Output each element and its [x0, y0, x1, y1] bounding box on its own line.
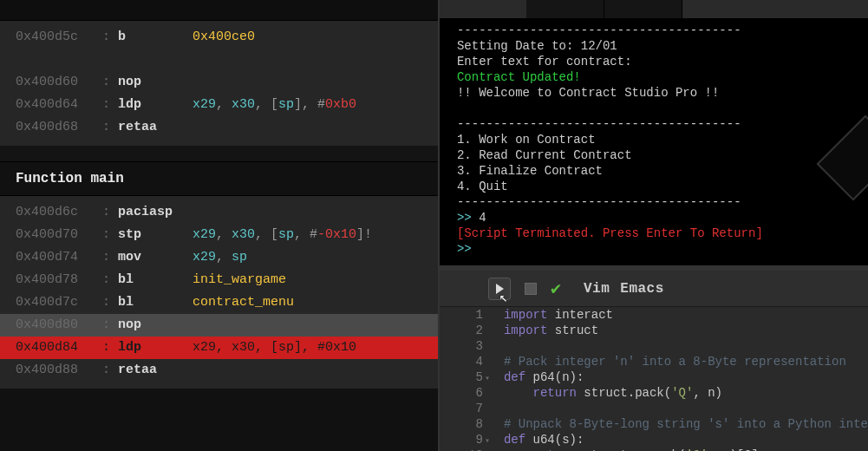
terminal-line: 4. Quit: [457, 179, 859, 194]
block-gap: [0, 146, 438, 161]
code-text: def p64(n):: [488, 369, 584, 385]
mnemonic: nop: [118, 73, 193, 92]
line-number: 6: [440, 385, 488, 401]
terminal-line: 3. Finalize Contract: [457, 163, 859, 179]
code-text: [488, 338, 511, 354]
address: 0x400d64: [16, 95, 102, 114]
address: 0x400d74: [16, 248, 102, 267]
instruction-row[interactable]: 0x400d64:ldpx29, x30, [sp], #0xb0: [0, 94, 438, 116]
stop-button[interactable]: [525, 283, 537, 295]
code-line[interactable]: 7: [440, 401, 868, 416]
terminal-line: [Script Terminated. Press Enter To Retur…: [457, 226, 859, 241]
instruction-row[interactable]: 0x400d60:nop: [0, 71, 438, 94]
mnemonic: bl: [118, 293, 193, 312]
operands: x29, x30, [sp], #0xb0: [193, 95, 438, 114]
editor-toolbar: ↖ ✔ Vim Emacs: [440, 271, 868, 307]
code-text: [488, 401, 511, 416]
line-number: 5▾: [440, 369, 488, 385]
mnemonic: nop: [118, 316, 193, 335]
code-line[interactable]: 6 return struct.pack('Q', n): [440, 385, 868, 401]
code-text: return struct.pack('Q', n): [488, 385, 722, 401]
code-line[interactable]: 1import interact: [440, 307, 868, 323]
terminal-line: ---------------------------------------: [457, 194, 859, 210]
operands: x29, sp: [193, 248, 438, 267]
terminal-line: 1. Work on Contract: [457, 132, 859, 147]
code-line[interactable]: 4# Pack integer 'n' into a 8-Byte repres…: [440, 354, 868, 369]
terminal-line: Enter text for contract:: [457, 54, 859, 69]
terminal-tab[interactable]: [526, 0, 604, 18]
operands: [193, 73, 438, 92]
operands: [193, 361, 438, 380]
check-icon: ✔: [551, 278, 561, 299]
address: 0x400d60: [16, 73, 102, 92]
instruction-row[interactable]: 0x400d74:movx29, sp: [0, 246, 438, 269]
code-line[interactable]: 5▾def p64(n):: [440, 369, 868, 385]
instruction-row[interactable]: 0x400d78:blinit_wargame: [0, 269, 438, 291]
mnemonic: b: [118, 28, 193, 47]
code-text: return struct.unpack('Q', s)[0]: [488, 448, 759, 451]
code-text: import interact: [488, 307, 613, 323]
code-editor[interactable]: 1import interact2import struct3 4# Pack …: [440, 307, 868, 451]
instruction-row[interactable]: 0x400d7c:blcontract_menu: [0, 291, 438, 314]
editor-vim-label[interactable]: Vim: [584, 281, 610, 297]
terminal-line: ---------------------------------------: [457, 116, 859, 132]
code-text: import struct: [488, 323, 598, 338]
operands: init_wargame: [193, 271, 438, 290]
terminal-line: [457, 101, 859, 116]
terminal-line: !! Welcome to Contract Studio Pro !!: [457, 85, 859, 101]
line-number: 9▾: [440, 432, 488, 448]
code-line[interactable]: 9▾def u64(s):: [440, 432, 868, 448]
terminal-tab-bar: [440, 0, 868, 19]
line-number: 7: [440, 401, 488, 416]
cursor-icon: ↖: [499, 289, 508, 306]
function-header: Function main: [0, 161, 438, 196]
disasm-block-top[interactable]: 0x400d5c:b0x400ce0 0x400d60:nop0x400d64:…: [0, 21, 438, 146]
address: 0x400d7c: [16, 293, 102, 312]
editor-emacs-label[interactable]: Emacs: [620, 281, 664, 297]
operands: 0x400ce0: [193, 28, 438, 47]
line-number: 10: [440, 448, 488, 451]
instruction-row[interactable]: 0x400d70:stpx29, x30, [sp, #-0x10]!: [0, 224, 438, 246]
address: 0x400d70: [16, 226, 102, 245]
run-button[interactable]: ↖: [488, 278, 511, 300]
terminal-line: >> 4: [457, 210, 859, 226]
address: 0x400d5c: [16, 28, 102, 47]
mnemonic: retaa: [118, 361, 193, 380]
instruction-row[interactable]: 0x400d5c:b0x400ce0: [0, 26, 438, 49]
mnemonic: retaa: [118, 118, 193, 137]
code-line[interactable]: 3: [440, 338, 868, 354]
address: 0x400d68: [16, 118, 102, 137]
instruction-row[interactable]: 0x400d68:retaa: [0, 116, 438, 139]
instruction-row[interactable]: 0x400d88:retaa: [0, 359, 438, 382]
instruction-row[interactable]: 0x400d84:ldpx29, x30, [sp], #0x10: [0, 337, 438, 359]
address: 0x400d88: [16, 361, 102, 380]
address: 0x400d84: [16, 338, 102, 357]
stop-icon: [525, 283, 537, 295]
terminal-line: >>: [457, 241, 859, 257]
disasm-block-main[interactable]: 0x400d6c:paciasp0x400d70:stpx29, x30, [s…: [0, 196, 438, 389]
address: 0x400d80: [16, 316, 102, 335]
mnemonic: bl: [118, 271, 193, 290]
instruction-row[interactable]: 0x400d80:nop: [0, 314, 438, 337]
line-number: 2: [440, 323, 488, 338]
operands: x29, x30, [sp], #0x10: [193, 338, 438, 357]
code-text: def u64(s):: [488, 432, 584, 448]
instruction-row[interactable]: 0x400d6c:paciasp: [0, 201, 438, 224]
disassembly-pane: 0x400d5c:b0x400ce0 0x400d60:nop0x400d64:…: [0, 0, 440, 451]
terminal-tab[interactable]: [604, 0, 682, 18]
address: 0x400d78: [16, 271, 102, 290]
mnemonic: stp: [118, 226, 193, 245]
terminal-line: Setting Date to: 12/01: [457, 38, 859, 54]
line-number: 1: [440, 307, 488, 323]
code-line[interactable]: 10 return struct.unpack('Q', s)[0]: [440, 448, 868, 451]
terminal-line: Contract Updated!: [457, 69, 859, 85]
code-line[interactable]: 2import struct: [440, 323, 868, 338]
terminal-output[interactable]: ---------------------------------------S…: [440, 19, 868, 265]
left-bottom-area: [0, 389, 438, 451]
code-text: # Pack integer 'n' into a 8-Byte represe…: [488, 354, 846, 369]
operands: [193, 118, 438, 137]
operands: x29, x30, [sp, #-0x10]!: [193, 226, 438, 245]
line-number: 4: [440, 354, 488, 369]
line-number: 8: [440, 416, 488, 432]
code-line[interactable]: 8# Unpack 8-Byte-long string 's' into a …: [440, 416, 868, 432]
